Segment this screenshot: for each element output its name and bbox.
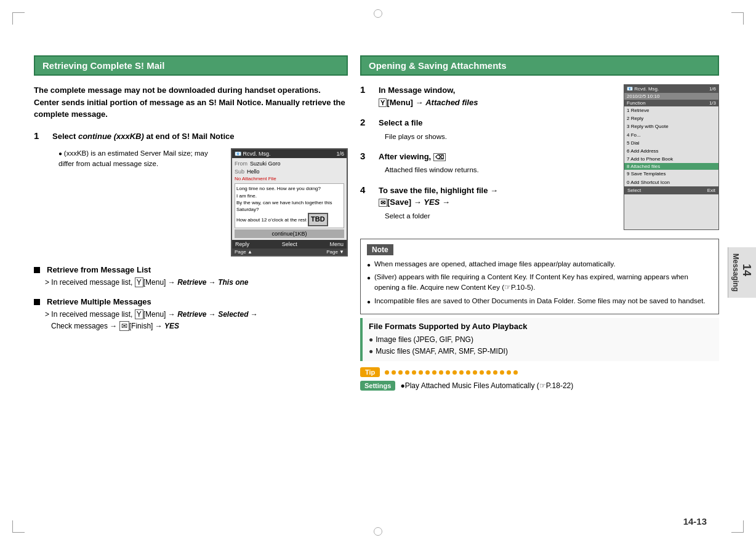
rphone-menu-item: 2 Reply [624,114,718,122]
retrieve-multiple-italic2: Selected [218,310,248,319]
right-step-1-arrow: → [413,98,425,107]
retrieve-multiple-check: Check messages → [51,322,119,330]
phone-no-attach: No Attachment File [235,175,344,182]
right-step-4-sub: Select a folder [385,211,616,221]
formats-text: Image files (JPEG, GIF, PNG) [376,334,473,346]
note-bullet: ● [367,297,374,306]
right-step-1-line1: In Message window, [379,86,455,95]
right-section-header: Opening & Saving Attachments [360,55,719,76]
retrieve-from-arrow1: → [166,278,177,287]
retrieve-multiple-section: Retrieve Multiple Messages > In received… [34,297,348,332]
right-steps-container: 1 In Message window, Y[Menu] → Attached … [360,84,719,230]
retrieve-from-body: > In received message list, Y[Menu] → Re… [45,277,348,288]
main-container: Retrieving Complete S! Mail The complete… [34,55,719,508]
note-bullet: ● [367,260,374,269]
right-step-2-num: 2 [360,117,372,142]
rphone-menu-item: 0 Add Shortcut Icon [624,178,718,186]
right-step-4-arrow2: → [440,197,450,207]
rphone-menu-item: 1 Retrieve [624,106,718,114]
retrieve-multiple-body: > In received message list, Y[Menu] → Re… [45,309,348,332]
tip-bar: Tip [360,367,719,377]
rphone-menu-item: 9 Save Templates [624,170,718,178]
rphone-header: 📧 Rcvd. Msg. 1/6 [624,85,718,93]
tip-dot [432,370,436,375]
retrieve-multiple-arrow3: → [249,310,258,319]
left-section-header: Retrieving Complete S! Mail [34,55,348,76]
step-1-title: Select continue (xxxKB) at end of S! Mai… [52,130,348,143]
retrieve-multiple-menu: Y [135,309,143,319]
corner-mark-tr [731,12,744,25]
right-step-1: 1 In Message window, Y[Menu] → Attached … [360,84,616,108]
formats-item: ● Music files (SMAF, AMR, SMF, SP-MIDI) [369,346,713,357]
note-bullet: ● [367,273,374,282]
retrieve-multiple-line1: > In received message list, Y[Menu] → Re… [45,309,348,320]
phone-from-val: Suzuki Goro [250,160,281,168]
phone-footer-left: Reply Select Menu [232,240,347,249]
gt-sym: > [45,310,51,319]
retrieve-multiple-finish-icon: ✉ [119,321,129,331]
rphone-footer-select: Select [627,188,641,193]
page-number: 14-13 [683,516,707,527]
right-steps-text: 1 In Message window, Y[Menu] → Attached … [360,84,616,230]
settings-badge: Settings [360,381,395,391]
right-step-3-sub: Attached files window returns. [385,165,616,175]
formats-title: File Formats Supported by Auto Playback [369,322,713,331]
right-step-1-menu-icon: Y [379,98,387,107]
rphone-footer: Select Exit [624,186,718,194]
step-1-text-end: at end of S! Mail Notice [144,132,235,141]
note-item: ● When messages are opened, attached ima… [367,259,712,269]
step-1-bullet: (xxxKB) is an estimated Server Mail size… [58,148,225,170]
rphone-header-label: 📧 Rcvd. Msg. [627,86,659,92]
retrieve-from-title: Retrieve from Message List [47,265,151,274]
phone-footer-select: Select [282,241,297,247]
clear-icon: ⌫ [433,153,446,161]
center-mark-top [374,9,382,18]
retrieve-multiple-yes: YES [164,322,179,330]
right-step-1-italic: Attached files [425,98,478,107]
phone-mockup-right: 📧 Rcvd. Msg. 1/6 2010/2/5 10:10 Function… [624,84,719,230]
settings-bar: Settings ●Play Attached Music Files Auto… [360,381,719,391]
tip-dot [412,370,416,375]
right-step-3-line1: After viewing, [379,152,433,161]
right-step-4-save: [Save] [387,197,411,207]
tip-dot [486,370,491,375]
phone-header-count: 1/6 [336,151,344,157]
phone-page-left: Page ▲ [235,249,252,255]
phone-page-nav: Page ▲ Page ▼ [232,249,347,255]
tip-dot [466,370,470,375]
phone-sub-label: Sub [235,168,244,176]
phone-sub-row: Sub Hello [235,168,344,176]
tip-dot [405,370,409,375]
step-1-text-plain: Select [52,132,78,141]
rphone-menu-item: 5 Dial [624,139,718,147]
rphone-menu-item: 6 Add Address [624,147,718,155]
rphone-menu-item: 4 Fo... [624,131,718,139]
left-step-1: 1 Select continue (xxxKB) at end of S! M… [34,130,348,257]
note-text: Incompatible files are saved to Other Do… [374,296,706,306]
right-step-3-content: After viewing, ⌫ Attached files window r… [379,151,616,176]
corner-mark-bl [12,520,25,533]
phone-footer-menu: Menu [329,241,344,247]
right-step-3-num: 3 [360,151,372,176]
tbd-box: TBD [308,213,328,226]
note-item: ● Incompatible files are saved to Other … [367,296,712,306]
chapter-number: 14 [740,253,753,287]
retrieve-multiple-line2: Check messages → ✉[Finish] → YES [51,320,348,332]
right-step-4-yes: YES [424,197,440,207]
rphone-footer-exit: Exit [707,188,715,193]
black-square-icon [34,267,40,273]
right-step-3: 3 After viewing, ⌫ Attached files window… [360,151,616,176]
intro-text: The complete message may not be download… [34,84,348,121]
note-text: (Silver) appears with file requiring a C… [374,272,712,293]
retrieve-multiple-arrow1: → [166,310,177,319]
rphone-menu-item: 8 Attached files [624,163,718,170]
retrieve-from-header: Retrieve from Message List [34,265,348,274]
tip-dot [500,370,504,375]
phone-body-left: From Suzuki Goro Sub Hello No Attachment… [232,158,347,240]
tip-dot [459,370,464,375]
side-tab: 14 Messaging [728,247,756,298]
left-column: Retrieving Complete S! Mail The complete… [34,55,348,508]
right-step-4-num: 4 [360,185,372,221]
phone-mockup-left: 📧 Rcvd. Msg. 1/6 From Suzuki Goro Sub He… [231,148,348,257]
phone-from-label: From [235,160,247,168]
